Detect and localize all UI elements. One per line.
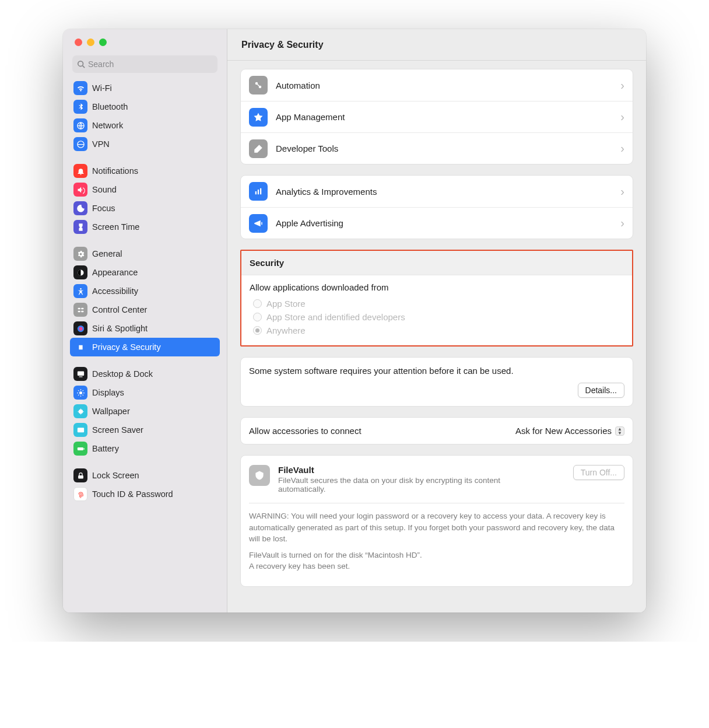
nav-row-label: Automation (276, 80, 612, 90)
radio-icon (253, 299, 262, 308)
network-icon (73, 118, 87, 132)
svg-line-1 (83, 66, 85, 68)
allow-apps-option[interactable]: App Store and identified developers (250, 310, 624, 324)
security-panel: Security Allow applications downloaded f… (240, 250, 633, 346)
sidebar-item-label: Appearance (92, 268, 138, 277)
svg-point-11 (79, 327, 82, 330)
search-input[interactable]: Search (72, 55, 217, 73)
svg-rect-12 (77, 371, 83, 376)
sidebar-item-displays[interactable]: Displays (70, 383, 220, 402)
screen-time-icon (73, 220, 87, 234)
svg-rect-23 (258, 190, 259, 194)
accessories-popup[interactable]: Ask for New Accessories ▲▼ (515, 426, 624, 436)
svg-rect-8 (78, 310, 80, 312)
nav-row-label: Analytics & Improvements (276, 187, 612, 197)
sidebar-item-privacy-security[interactable]: Privacy & Security (70, 338, 220, 356)
sidebar-item-touch-id[interactable]: Touch ID & Password (70, 485, 220, 503)
sidebar-item-label: Battery (92, 444, 119, 453)
sidebar-item-wallpaper[interactable]: Wallpaper (70, 402, 220, 421)
header: Privacy & Security (227, 29, 646, 61)
nav-row-analytics[interactable]: Analytics & Improvements› (241, 176, 633, 207)
svg-point-0 (78, 61, 83, 66)
sidebar-item-screen-saver[interactable]: Screen Saver (70, 421, 220, 439)
sidebar-item-label: Accessibility (92, 286, 138, 296)
sidebar-item-desktop-dock[interactable]: Desktop & Dock (70, 365, 220, 383)
sidebar-item-screen-time[interactable]: Screen Time (70, 218, 220, 236)
minimize-window-button[interactable] (87, 38, 94, 46)
security-header: Security (241, 251, 632, 275)
sidebar-item-label: Screen Time (92, 222, 139, 232)
accessibility-icon (73, 284, 87, 298)
filevault-turnoff-button[interactable]: Turn Off... (573, 465, 624, 480)
close-window-button[interactable] (75, 38, 82, 46)
sidebar-item-label: Lock Screen (92, 471, 139, 480)
nav-row-label: App Management (276, 112, 612, 122)
link-panel: Automation›App Management›Developer Tool… (240, 69, 633, 164)
sidebar-item-battery[interactable]: Battery (70, 439, 220, 458)
displays-icon (73, 386, 87, 400)
allow-apps-option[interactable]: App Store (250, 297, 624, 310)
sidebar-item-vpn[interactable]: VPN (70, 135, 220, 153)
filevault-icon (249, 465, 270, 486)
sidebar-item-network[interactable]: Network (70, 116, 220, 135)
nav-row-label: Apple Advertising (276, 218, 612, 228)
bluetooth-icon (73, 100, 87, 114)
sidebar-item-siri-spotlight[interactable]: Siri & Spotlight (70, 319, 220, 338)
sidebar-item-focus[interactable]: Focus (70, 199, 220, 218)
apple-advertising-icon (249, 214, 268, 233)
accessories-value: Ask for New Accessories (515, 426, 612, 436)
svg-point-5 (80, 288, 82, 289)
battery-icon (73, 442, 87, 456)
general-icon (73, 247, 87, 261)
chevron-right-icon: › (620, 110, 624, 124)
sound-icon (73, 183, 87, 197)
sidebar-item-accessibility[interactable]: Accessibility (70, 282, 220, 300)
main-pane: Privacy & Security Automation›App Manage… (227, 29, 646, 612)
sidebar-item-appearance[interactable]: Appearance (70, 263, 220, 282)
content-scroll[interactable]: Automation›App Management›Developer Tool… (227, 61, 646, 612)
appearance-icon (73, 265, 87, 279)
desktop-dock-icon (73, 367, 87, 381)
siri-spotlight-icon (73, 321, 87, 335)
sidebar-item-general[interactable]: General (70, 244, 220, 263)
sidebar-item-label: VPN (92, 139, 110, 149)
sidebar-item-control-center[interactable]: Control Center (70, 300, 220, 319)
app-management-icon (249, 108, 268, 127)
popup-caret-icon: ▲▼ (615, 426, 624, 436)
sidebar-item-wifi[interactable]: Wi-Fi (70, 79, 220, 97)
allow-apps-option[interactable]: Anywhere (250, 324, 624, 337)
nav-row-apple-advertising[interactable]: Apple Advertising› (241, 207, 633, 239)
radio-label: App Store (266, 299, 306, 309)
sidebar-item-label: Wallpaper (92, 407, 130, 416)
nav-row-label: Developer Tools (276, 144, 612, 153)
sidebar-item-notifications[interactable]: Notifications (70, 162, 220, 180)
attention-text: Some system software requires your atten… (249, 366, 624, 376)
details-button[interactable]: Details... (578, 383, 624, 398)
touch-id-icon (73, 487, 87, 501)
svg-rect-24 (260, 188, 261, 195)
svg-rect-19 (78, 475, 83, 478)
sidebar-item-sound[interactable]: Sound (70, 180, 220, 199)
nav-row-developer-tools[interactable]: Developer Tools› (241, 132, 633, 164)
accessories-row: Allow accessories to connect Ask for New… (240, 417, 633, 444)
sidebar-item-label: Notifications (92, 166, 138, 176)
sidebar-item-lock-screen[interactable]: Lock Screen (70, 466, 220, 485)
chevron-right-icon: › (620, 142, 624, 155)
link-panel: Analytics & Improvements›Apple Advertisi… (240, 175, 633, 239)
nav-row-automation[interactable]: Automation› (241, 69, 633, 101)
search-placeholder: Search (88, 60, 114, 69)
filevault-warning: WARNING: You will need your login passwo… (249, 510, 624, 572)
zoom-window-button[interactable] (99, 38, 107, 46)
radio-label: App Store and identified developers (266, 312, 405, 322)
nav-row-app-management[interactable]: App Management› (241, 101, 633, 132)
svg-rect-22 (255, 191, 257, 194)
control-center-icon (73, 303, 87, 317)
focus-icon (73, 201, 87, 215)
chevron-right-icon: › (620, 185, 624, 198)
page-title: Privacy & Security (241, 40, 324, 50)
sidebar-item-label: Desktop & Dock (92, 369, 153, 379)
svg-rect-16 (77, 428, 83, 432)
sidebar-item-bluetooth[interactable]: Bluetooth (70, 97, 220, 116)
sidebar-item-label: Control Center (92, 305, 147, 314)
automation-icon (249, 76, 268, 94)
